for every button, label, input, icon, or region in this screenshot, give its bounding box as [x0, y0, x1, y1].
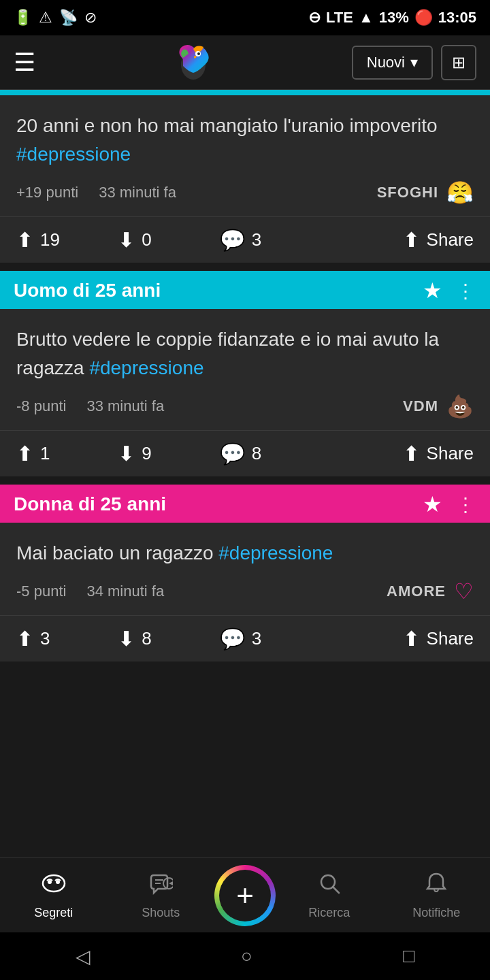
nav-item-segreti[interactable]: Segreti: [0, 871, 108, 920]
upvote-button[interactable]: ⬆ 1: [16, 442, 118, 466]
downvote-button[interactable]: ⬇ 8: [118, 627, 219, 651]
battery-percent: 13%: [379, 9, 409, 27]
sort-label: Nuovi: [367, 54, 405, 71]
post-text: 20 anni e non ho mai mangiato l'uranio i…: [16, 112, 474, 169]
nav-item-ricerca[interactable]: Ricerca: [276, 871, 383, 920]
share-button[interactable]: ⬆ Share: [321, 228, 474, 252]
comment-icon: 💬: [220, 228, 245, 252]
recents-button[interactable]: □: [403, 945, 414, 967]
post-meta-left: +19 punti 33 minuti fa: [16, 184, 176, 201]
post-text-content: 20 anni e non ho mai mangiato l'uranio i…: [16, 115, 438, 136]
post-text-content: Brutto vedere le coppie fidanzate e io m…: [16, 329, 439, 378]
post-points: +19 punti: [16, 184, 78, 201]
add-post-button[interactable]: +: [214, 865, 276, 926]
battery-low-icon: 🔴: [414, 9, 433, 27]
upvote-icon: ⬆: [16, 627, 33, 651]
post-text-content: Mai baciato un ragazzo: [16, 542, 214, 564]
post-meta-left: -5 punti 34 minuti fa: [16, 583, 164, 600]
share-button[interactable]: ⬆ Share: [321, 627, 474, 651]
android-nav-bar: ◁ ○ □: [0, 932, 490, 980]
hashtag-link[interactable]: #depressione: [218, 542, 333, 564]
status-right: ⊖ LTE ▲ 13% 🔴 13:05: [308, 9, 476, 27]
comment-count: 3: [252, 229, 261, 250]
home-button[interactable]: ○: [241, 945, 252, 967]
post-time: 34 minuti fa: [86, 583, 164, 600]
svg-line-10: [333, 887, 339, 893]
favorite-star-icon[interactable]: ★: [423, 278, 442, 304]
downvote-button[interactable]: ⬇ 9: [118, 442, 219, 466]
share-label: Share: [427, 229, 474, 250]
hashtag-link[interactable]: #depressione: [89, 357, 203, 378]
svg-point-2: [197, 52, 200, 55]
upvote-button[interactable]: ⬆ 3: [16, 627, 118, 651]
upvote-icon: ⬆: [16, 442, 33, 466]
post-header-cyan: Uomo di 25 anni ★ ⋮: [0, 271, 490, 309]
notifications-icon: [424, 871, 448, 902]
status-bar: 🔋 ⚠ 📡 ⊘ ⊖ LTE ▲ 13% 🔴 13:05: [0, 0, 490, 35]
nav-ricerca-label: Ricerca: [308, 906, 350, 920]
hashtag-link[interactable]: #depressione: [16, 144, 131, 165]
comment-count: 8: [252, 443, 261, 464]
segreti-icon: [42, 871, 66, 902]
nav-item-shouts[interactable]: Shouts: [108, 871, 215, 920]
downvote-button[interactable]: ⬇ 0: [118, 228, 219, 252]
first-post-header-accent: [0, 90, 490, 95]
share-button[interactable]: ⬆ Share: [321, 442, 474, 466]
nav-right: Nuovi ▾ ⊞: [352, 45, 476, 80]
post-time: 33 minuti fa: [99, 184, 176, 201]
nav-notifiche-label: Notifiche: [412, 906, 460, 920]
category-emoji: 💩: [446, 393, 474, 419]
comment-button[interactable]: 💬 8: [220, 442, 321, 466]
comment-icon: 💬: [220, 627, 245, 651]
post-text: Brutto vedere le coppie fidanzate e io m…: [16, 325, 474, 382]
back-button[interactable]: ◁: [76, 945, 91, 968]
nav-left: ☰: [14, 48, 35, 77]
advanced-filter-button[interactable]: ⊞: [441, 45, 476, 80]
dnd-icon: ⊖: [308, 9, 321, 27]
bottom-nav: Segreti Shouts + Ricerca: [0, 858, 490, 932]
radio-icon: 📡: [59, 9, 78, 27]
post-points: -8 punti: [16, 397, 66, 415]
share-label: Share: [427, 628, 474, 649]
favorite-star-icon[interactable]: ★: [423, 491, 442, 517]
post-actions: ⬆ 1 ⬇ 9 💬 8 ⬆ Share: [0, 430, 490, 476]
slash-icon: ⊘: [84, 9, 97, 27]
app-logo[interactable]: [169, 39, 217, 86]
signal-icon: ▲: [359, 9, 374, 27]
post-actions: ⬆ 3 ⬇ 8 💬 3 ⬆ Share: [0, 615, 490, 662]
sliders-icon: ⊞: [452, 53, 466, 71]
downvote-count: 0: [142, 229, 151, 250]
category-label: SFOGHI: [377, 184, 438, 201]
post-header-pink: Donna di 25 anni ★ ⋮: [0, 485, 490, 523]
post-header-actions: ★ ⋮: [423, 491, 476, 517]
sort-filter-button[interactable]: Nuovi ▾: [352, 46, 433, 80]
share-label: Share: [427, 443, 474, 464]
post-category: SFOGHI 😤: [377, 180, 474, 206]
hamburger-menu-icon[interactable]: ☰: [14, 48, 35, 77]
add-icon: +: [236, 881, 254, 911]
post-meta-left: -8 punti 33 minuti fa: [16, 397, 164, 415]
comment-count: 3: [252, 628, 261, 649]
post-meta: +19 punti 33 minuti fa SFOGHI 😤: [16, 180, 474, 206]
more-options-icon[interactable]: ⋮: [456, 280, 476, 302]
post-meta: -8 punti 33 minuti fa VDM 💩: [16, 393, 474, 419]
comment-button[interactable]: 💬 3: [220, 228, 321, 252]
nav-item-notifiche[interactable]: Notifiche: [383, 871, 491, 920]
clock: 13:05: [438, 9, 476, 27]
search-icon: [317, 871, 342, 902]
category-emoji: 😤: [446, 180, 474, 206]
more-options-icon[interactable]: ⋮: [456, 493, 476, 516]
share-icon: ⬆: [403, 627, 420, 651]
upvote-button[interactable]: ⬆ 19: [16, 228, 118, 252]
shouts-icon: [148, 871, 173, 902]
post-card: Donna di 25 anni ★ ⋮ Mai baciato un raga…: [0, 485, 490, 662]
downvote-icon: ⬇: [118, 442, 135, 466]
post-header-actions: ★ ⋮: [423, 278, 476, 304]
warning-icon: ⚠: [39, 9, 52, 27]
downvote-count: 8: [142, 628, 151, 649]
post-card: Uomo di 25 anni ★ ⋮ Brutto vedere le cop…: [0, 271, 490, 476]
fab-inner: +: [219, 870, 271, 921]
downvote-count: 9: [142, 443, 151, 464]
comment-button[interactable]: 💬 3: [220, 627, 321, 651]
top-nav: ☰ Nuovi ▾: [0, 35, 490, 90]
